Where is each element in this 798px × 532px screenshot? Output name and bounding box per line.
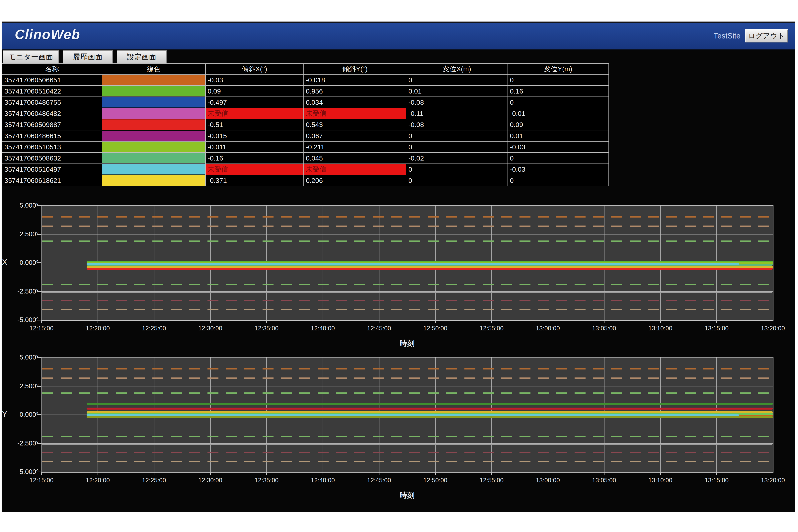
table-row: 357417060506651-0.03-0.01800 (2, 74, 609, 86)
table-head: 名称線色傾斜X(°)傾斜Y(°)変位X(m)変位Y(m) (2, 63, 609, 74)
x-axis-tick-label: 13:10:00 (638, 477, 682, 484)
x-axis-tick-mark (97, 472, 98, 475)
value-cell: -0.11 (406, 108, 507, 119)
threshold-line (42, 378, 772, 379)
x-axis-tick-mark (717, 472, 717, 475)
value-cell: 0.067 (304, 130, 406, 141)
gridline-horizontal (41, 443, 773, 444)
series-line-357417060618621 (87, 266, 773, 268)
x-axis-tick-label: 12:55:00 (470, 477, 514, 484)
tab-monitor[interactable]: モニター画面 (3, 50, 59, 63)
value-cell: -0.08 (406, 97, 507, 108)
x-axis-tick-mark (491, 320, 492, 323)
device-id: 357417060510497 (2, 164, 102, 175)
value-cell: -0.16 (205, 153, 304, 164)
device-id: 357417060618621 (2, 175, 102, 186)
y-axis-tick-mark (37, 443, 41, 444)
series-line-357417060510513 (87, 416, 773, 418)
column-header-1: 線色 (102, 63, 205, 74)
tilt-y-chart: 5.000°2.500°0.000°-2.500°-5.000°12:15:00… (41, 357, 774, 473)
x-axis-tick-mark (773, 472, 773, 475)
table-row: 357417060509887-0.510.543-0.080.09 (2, 119, 609, 130)
table-row: 357417060618621-0.3710.20600 (2, 175, 609, 186)
top-header-bar: ClinoWeb TestSite ログアウト (2, 21, 795, 50)
device-id: 357417060486755 (2, 97, 102, 108)
clinoweb-app: ClinoWeb TestSite ログアウト モニター画面履歴画面設定画面 名… (2, 21, 795, 512)
x-axis-tick-label: 12:35:00 (245, 325, 289, 332)
column-header-3: 傾斜Y(°) (304, 63, 406, 74)
series-line-357417060510422 (87, 403, 773, 405)
value-cell: 0.956 (304, 86, 406, 97)
x-axis-tick-mark (154, 472, 154, 475)
logout-button[interactable]: ログアウト (745, 29, 788, 42)
x-axis-tick-mark (97, 320, 98, 323)
value-cell: 0 (406, 141, 507, 153)
color-swatch-cell (102, 119, 205, 130)
series-line-357417060510497 (87, 414, 739, 416)
x-axis-tick-mark (210, 320, 211, 323)
series-line-357417060510497 (87, 263, 739, 265)
value-cell: -0.02 (406, 153, 507, 164)
color-swatch-cell (102, 108, 205, 119)
series-line-357417060618621 (87, 411, 773, 413)
x-axis-tick-label: 12:20:00 (76, 325, 120, 332)
x-axis-tick-label: 12:25:00 (132, 477, 176, 484)
y-axis-tick-label: 2.500° (12, 230, 39, 238)
value-cell: 0.045 (304, 153, 406, 164)
x-axis-tick-mark (379, 320, 379, 323)
x-axis-tick-mark (322, 320, 323, 323)
value-cell: -0.03 (508, 164, 609, 175)
x-axis-tick-label: 13:20:00 (751, 325, 795, 332)
no-data-cell: 未受信 (304, 108, 406, 119)
color-swatch-cell (102, 175, 205, 186)
color-swatch (102, 75, 205, 85)
value-cell: 0.543 (304, 119, 406, 130)
x-axis-tick-label: 12:45:00 (357, 325, 401, 332)
x-axis-tick-mark (435, 320, 436, 323)
gridline-horizontal (41, 234, 773, 234)
y-axis-tick-mark (37, 234, 41, 235)
x-axis-tick-label: 12:40:00 (301, 477, 345, 484)
x-axis-tick-label: 13:05:00 (582, 477, 626, 484)
x-axis-tick-mark (266, 320, 267, 323)
value-cell: -0.211 (304, 141, 406, 153)
value-cell: 0.01 (406, 86, 507, 97)
value-cell: -0.08 (406, 119, 507, 130)
x-axis-tick-mark (435, 472, 436, 475)
x-axis-tick-label: 12:20:00 (76, 477, 120, 484)
color-swatch (102, 131, 205, 141)
y-axis-tick-mark (37, 357, 41, 358)
y-axis-tick-mark (37, 386, 41, 387)
value-cell: -0.371 (205, 175, 304, 186)
table-row: 357417060508632-0.160.045-0.020 (2, 153, 609, 164)
x-axis-tick-label: 12:15:00 (20, 477, 63, 484)
x-axis-tick-label: 13:00:00 (526, 477, 570, 484)
value-cell: 0 (508, 153, 609, 164)
y-axis-tick-label: 2.500° (12, 382, 39, 390)
threshold-line (42, 216, 772, 217)
y-axis-tick-mark (37, 472, 41, 472)
y-axis-tick-label: 5.000° (12, 354, 39, 361)
x-axis-tick-mark (491, 472, 492, 475)
device-id: 357417060486615 (2, 130, 102, 141)
x-axis-tick-label: 12:30:00 (188, 477, 232, 484)
table-row: 357417060486615-0.0150.06700.01 (2, 130, 609, 141)
x-axis-tick-mark (604, 472, 605, 475)
threshold-line (42, 226, 772, 227)
y-axis-tick-label: -5.000° (12, 316, 39, 324)
x-axis-tick-mark (548, 472, 548, 475)
site-name: TestSite (713, 32, 741, 40)
column-header-5: 変位Y(m) (508, 63, 609, 74)
x-axis-tick-label: 13:00:00 (526, 325, 570, 332)
y-axis-tick-mark (37, 262, 41, 263)
x-axis-tick-mark (154, 320, 154, 323)
table-row: 357417060510497未受信未受信0-0.03 (2, 164, 609, 175)
y-axis-tick-label: 0.000° (12, 411, 39, 418)
tab-history[interactable]: 履歴画面 (63, 50, 113, 63)
x-axis-tick-mark (660, 320, 661, 323)
y-axis-tick-label: -5.000° (12, 468, 39, 476)
color-swatch (102, 142, 205, 152)
value-cell: -0.015 (205, 130, 304, 141)
tab-settings[interactable]: 設定画面 (117, 50, 167, 63)
value-cell: -0.51 (205, 119, 304, 130)
